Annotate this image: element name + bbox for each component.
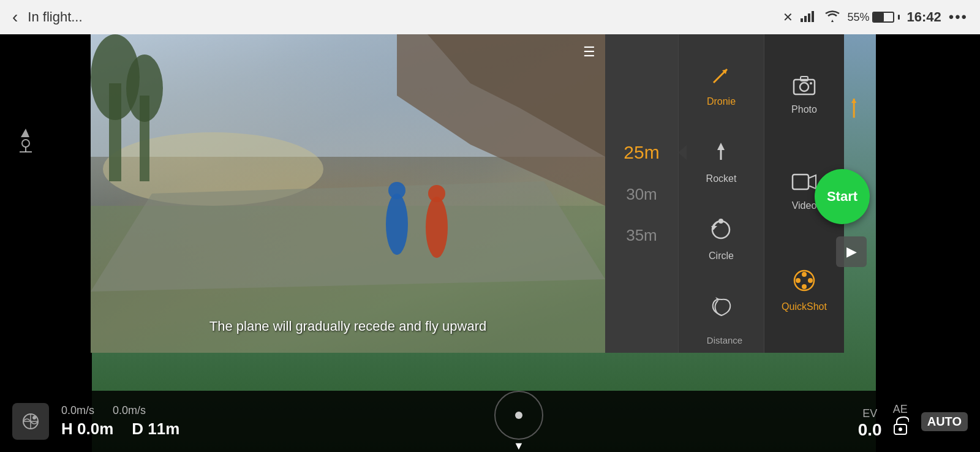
distance-35m[interactable]: 35m bbox=[605, 215, 678, 256]
map-button[interactable] bbox=[12, 403, 49, 440]
wifi-icon bbox=[825, 10, 840, 25]
video-label: Video bbox=[792, 200, 817, 211]
svg-point-17 bbox=[126, 55, 163, 122]
ev-value: 0.0 bbox=[858, 420, 882, 440]
ev-control[interactable]: EV 0.0 bbox=[858, 407, 882, 440]
distance-selector: 25m 30m 35m Distance bbox=[605, 34, 679, 353]
back-button[interactable]: ‹ bbox=[12, 7, 18, 27]
left-sidebar-black bbox=[0, 34, 92, 452]
svg-rect-2 bbox=[808, 13, 810, 22]
circle-label: Circle bbox=[709, 250, 734, 262]
right-sidebar-black bbox=[876, 34, 980, 452]
svg-point-21 bbox=[428, 185, 445, 202]
height-value: H 0.0m bbox=[61, 420, 113, 439]
rocket-label: Rocket bbox=[706, 173, 737, 184]
d-speed-label: 0.0m/s bbox=[113, 404, 146, 417]
control-video[interactable]: Video bbox=[791, 172, 817, 211]
svg-point-39 bbox=[796, 278, 801, 283]
mode-rocket[interactable]: Rocket bbox=[706, 140, 737, 184]
h-speed-label: 0.0m/s bbox=[61, 404, 94, 417]
svg-rect-3 bbox=[812, 11, 814, 22]
signal-bars-icon bbox=[801, 10, 818, 25]
svg-marker-13 bbox=[91, 181, 605, 292]
svg-point-33 bbox=[810, 82, 812, 85]
svg-marker-25 bbox=[717, 143, 725, 150]
photo-label: Photo bbox=[791, 104, 817, 115]
dronie-icon bbox=[709, 63, 733, 92]
svg-rect-30 bbox=[794, 80, 815, 94]
start-button[interactable]: Start bbox=[815, 169, 870, 224]
svg-point-48 bbox=[899, 428, 902, 431]
boomerang-icon bbox=[709, 295, 734, 324]
distance-25m[interactable]: 25m bbox=[605, 131, 678, 174]
ae-label: AE bbox=[893, 403, 908, 416]
ev-label: EV bbox=[862, 407, 877, 420]
svg-marker-4 bbox=[21, 129, 29, 137]
circle-icon bbox=[709, 217, 733, 247]
flight-stats: 0.0m/s 0.0m/s H 0.0m D 11m bbox=[61, 404, 179, 439]
flight-modes-column: Dronie Rocket bbox=[679, 34, 764, 353]
mode-boomerang[interactable] bbox=[709, 295, 734, 324]
signal-lost-icon: ✕ bbox=[783, 10, 793, 24]
playback-button[interactable]: ▶ bbox=[836, 236, 867, 267]
ae-lock-icon bbox=[892, 416, 909, 440]
mode-dronie[interactable]: Dronie bbox=[707, 63, 736, 107]
distance-30m[interactable]: 30m bbox=[605, 174, 678, 215]
svg-marker-35 bbox=[809, 175, 816, 189]
status-bar: ‹ In flight... ✕ 55% bbox=[0, 0, 980, 34]
camera-feed: ☰ The plane will gradually recede and fl… bbox=[91, 34, 605, 353]
svg-point-20 bbox=[426, 197, 448, 258]
left-side-icons bbox=[12, 126, 39, 157]
photo-icon bbox=[793, 75, 816, 100]
landing-icon[interactable] bbox=[12, 126, 39, 157]
mode-circle[interactable]: Circle bbox=[709, 217, 734, 262]
compass: ▼ bbox=[494, 391, 543, 453]
compass-ring bbox=[494, 391, 543, 440]
svg-point-32 bbox=[800, 83, 809, 91]
svg-rect-0 bbox=[801, 18, 803, 22]
distance-value: D 11m bbox=[132, 420, 179, 439]
dronie-label: Dronie bbox=[707, 96, 736, 107]
quickshot-icon bbox=[792, 268, 816, 298]
exposure-controls: EV 0.0 AE AUTO bbox=[858, 403, 968, 440]
video-icon bbox=[791, 172, 817, 197]
svg-point-18 bbox=[386, 194, 408, 255]
battery-indicator: 55% bbox=[847, 11, 899, 24]
control-quickshot[interactable]: QuickShot bbox=[782, 268, 827, 312]
ae-control[interactable]: AE bbox=[892, 403, 909, 440]
svg-point-46 bbox=[32, 416, 36, 420]
distance-label: Distance bbox=[605, 335, 844, 345]
compass-dot bbox=[515, 412, 522, 419]
svg-rect-34 bbox=[793, 175, 809, 189]
quickshot-label: QuickShot bbox=[782, 301, 827, 312]
more-menu-button[interactable]: ••• bbox=[949, 9, 968, 26]
main-content: ☰ The plane will gradually recede and fl… bbox=[0, 34, 980, 452]
battery-percent: 55% bbox=[847, 11, 869, 24]
svg-point-38 bbox=[802, 284, 807, 289]
camera-menu-icon[interactable]: ☰ bbox=[583, 44, 595, 60]
clock: 16:42 bbox=[907, 9, 941, 25]
svg-rect-1 bbox=[804, 16, 807, 22]
svg-point-37 bbox=[802, 272, 807, 277]
status-title: In flight... bbox=[28, 9, 82, 25]
rocket-icon bbox=[709, 140, 733, 170]
bottom-bar: 0.0m/s 0.0m/s H 0.0m D 11m ▼ EV 0.0 bbox=[0, 391, 980, 452]
compass-direction-arrow: ▼ bbox=[513, 440, 524, 453]
control-photo[interactable]: Photo bbox=[791, 75, 817, 115]
svg-point-40 bbox=[808, 278, 813, 283]
svg-point-5 bbox=[22, 140, 29, 147]
flight-mode-panel: 25m 30m 35m Distance Dronie bbox=[605, 34, 844, 353]
auto-badge[interactable]: AUTO bbox=[921, 412, 968, 431]
svg-point-19 bbox=[388, 182, 405, 199]
camera-subtitle: The plane will gradually recede and fly … bbox=[209, 318, 486, 334]
